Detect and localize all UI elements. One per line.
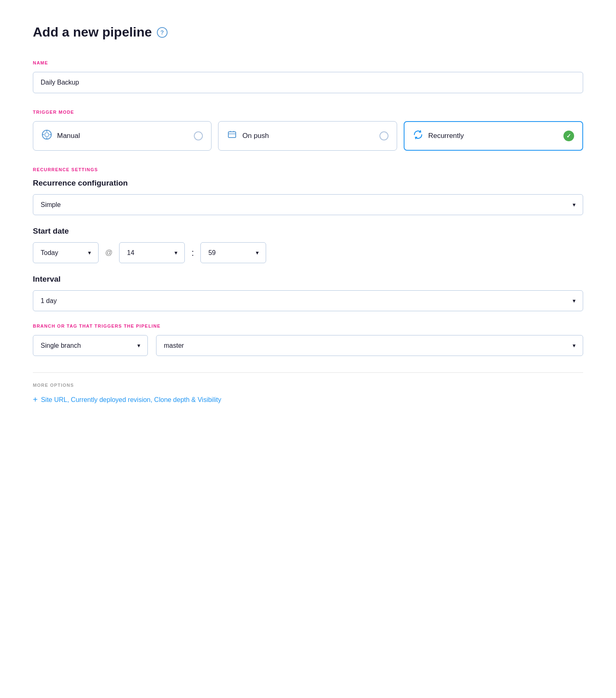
trigger-option-on-push[interactable]: On push [218,121,397,151]
trigger-option-recurrently[interactable]: Recurrently [404,121,583,151]
hour-select-wrapper: 14 0 1 2 3 4 5 6 7 8 9 10 11 12 13 15 16 [119,242,185,263]
minute-select-wrapper: 59 00 15 30 45 ▼ [200,242,266,263]
recurrence-settings-label: RECURRENCE SETTINGS [33,167,583,172]
recurrently-trigger-icon [413,129,423,142]
pipeline-name-input[interactable] [33,72,583,93]
manual-radio[interactable] [194,131,203,140]
colon-symbol: : [191,248,194,258]
recurrently-radio-check[interactable] [563,131,574,141]
on-push-trigger-label: On push [242,132,269,140]
interval-title: Interval [33,275,583,284]
help-icon[interactable]: ? [157,27,168,38]
branch-row: Single branch All branches Wildcard ▼ ma… [33,335,583,356]
start-date-title: Start date [33,227,583,236]
interval-select[interactable]: 1 day 2 days 1 week 1 month [33,290,583,311]
name-section: NAME [33,60,583,93]
on-push-trigger-icon [227,129,237,142]
recurrence-config-subsection: Recurrence configuration Simple Advanced… [33,179,583,215]
branch-tag-section: BRANCH OR TAG THAT TRIGGERS THE PIPELINE… [33,324,583,356]
trigger-options: Manual On push [33,121,583,151]
manual-trigger-icon [41,129,52,142]
name-label: NAME [33,60,583,65]
branch-type-select[interactable]: Single branch All branches Wildcard [33,335,148,356]
manual-trigger-label: Manual [57,132,80,140]
minute-select[interactable]: 59 00 15 30 45 [200,242,266,263]
hour-select[interactable]: 14 0 1 2 3 4 5 6 7 8 9 10 11 12 13 15 16 [119,242,185,263]
page-header: Add a new pipeline ? [33,25,583,40]
start-date-day-select[interactable]: Today Tomorrow Custom [33,242,99,263]
more-options-label: MORE OPTIONS [33,383,583,388]
plus-icon: + [33,395,38,404]
trigger-option-recurrently-left: Recurrently [413,129,464,142]
svg-rect-6 [228,132,236,138]
recurrence-config-select[interactable]: Simple Advanced [33,194,583,215]
recurrence-config-select-wrapper: Simple Advanced ▼ [33,194,583,215]
trigger-option-manual[interactable]: Manual [33,121,211,151]
trigger-mode-label: TRIGGER MODE [33,110,583,115]
trigger-option-manual-left: Manual [41,129,80,142]
recurrence-settings-section: RECURRENCE SETTINGS Recurrence configura… [33,167,583,311]
branch-tag-label: BRANCH OR TAG THAT TRIGGERS THE PIPELINE [33,324,583,328]
interval-select-wrapper: 1 day 2 days 1 week 1 month ▼ [33,290,583,311]
branch-type-select-wrapper: Single branch All branches Wildcard ▼ [33,335,148,356]
interval-subsection: Interval 1 day 2 days 1 week 1 month ▼ [33,275,583,311]
page-title: Add a new pipeline [33,25,152,40]
on-push-radio[interactable] [379,131,388,140]
more-options-section: MORE OPTIONS + Site URL, Currently deplo… [33,372,583,404]
branch-name-select-wrapper: master main develop staging ▼ [156,335,583,356]
trigger-option-on-push-left: On push [227,129,269,142]
more-options-link-text: Site URL, Currently deployed revision, C… [41,396,221,404]
at-symbol: @ [105,248,113,257]
start-date-subsection: Start date Today Tomorrow Custom ▼ @ 14 … [33,227,583,263]
more-options-link[interactable]: + Site URL, Currently deployed revision,… [33,395,583,404]
branch-name-select[interactable]: master main develop staging [156,335,583,356]
recurrence-config-title: Recurrence configuration [33,179,583,188]
svg-point-1 [45,133,49,137]
trigger-mode-section: TRIGGER MODE Manual [33,110,583,151]
start-date-day-wrapper: Today Tomorrow Custom ▼ [33,242,99,263]
recurrently-trigger-label: Recurrently [428,132,464,140]
start-date-row: Today Tomorrow Custom ▼ @ 14 0 1 2 3 4 5… [33,242,583,263]
